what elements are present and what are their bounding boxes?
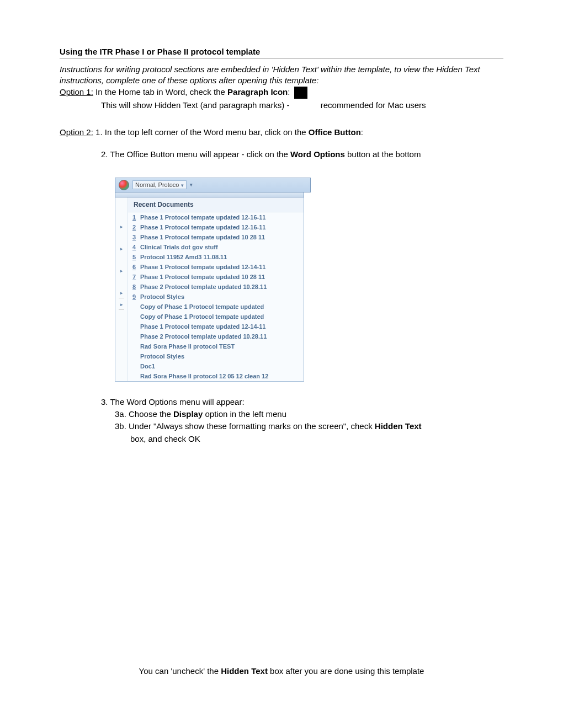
footer-c: box after you are done using this templa… (268, 666, 424, 676)
option2-step1a: 1. In the top left corner of the Word me… (93, 127, 309, 137)
office-button-icon (119, 180, 129, 190)
option1-line2: This will show Hidden Text (and paragrap… (60, 100, 503, 111)
option1-line2a: This will show Hidden Text (and paragrap… (101, 100, 290, 110)
option1-text-a: In the Home tab in Word, check the (93, 87, 227, 97)
recent-documents-header: Recent Documents (128, 197, 304, 212)
recent-document-item: 0Copy of Phase 1 Protocol tempate update… (128, 302, 304, 312)
recent-document-item: 0Phase 1 Protocol tempate updated 12-14-… (128, 322, 304, 331)
option2-step3a: 3a. Choose the Display option in the lef… (60, 409, 503, 420)
recent-document-item: 8Phase 2 Protocol template updated 10.28… (128, 282, 304, 292)
paragraph-icon-bold: Paragraph Icon (227, 87, 288, 97)
option2-step2c: button at the bottom (345, 149, 421, 159)
option2-step3: 3. The Word Options menu will appear: (60, 397, 503, 408)
recent-document-item: 0Copy of Phase 1 Protocol tempate update… (128, 312, 304, 322)
word-options-bold: Word Options (290, 149, 345, 159)
footer-a: You can 'uncheck' the (139, 666, 221, 676)
option2-step2a: 2. The Office Button menu will appear - … (101, 149, 290, 159)
intro-text: Instructions for writing protocol sectio… (60, 64, 503, 85)
recent-document-item: 0Protocol Styles (128, 351, 304, 361)
recent-document-item: 4Clinical Trials dot gov stuff (128, 242, 304, 252)
word-ribbon-strip (115, 192, 304, 197)
option1-label: Option 1: (60, 87, 93, 98)
chevron-icon: ▸ (115, 290, 128, 296)
word-screenshot: Normal, Protoco ▾ ▾ ▸ ▸ ▸ ▸ ▸ Recent Doc… (115, 178, 503, 382)
option2-step3b: 3b. Under "Always show these formatting … (60, 421, 503, 432)
option1-text-c: : (288, 87, 290, 97)
recent-document-item: 2Phase 1 Protocol tempate updated 12-16-… (128, 222, 304, 232)
qat-arrow-icon: ▾ (190, 182, 193, 188)
page-title: Using the ITR Phase I or Phase II protoc… (60, 47, 503, 58)
chevron-icon: ▸ (115, 224, 128, 229)
option1-line1: Option 1: In the Home tab in Word, check… (60, 87, 503, 99)
step3a-c: option in the left menu (203, 409, 286, 419)
chevron-icon: ▸ (115, 268, 128, 274)
option2-step1: Option 2: 1. In the top left corner of t… (60, 127, 503, 138)
recent-document-item: 5Protocol 11952 Amd3 11.08.11 (128, 252, 304, 262)
recent-document-item: 0Doc1 (128, 361, 304, 371)
recent-document-item: 6Phase 1 Protocol tempate updated 12-14-… (128, 262, 304, 272)
footer-hidden-text-bold: Hidden Text (221, 666, 268, 676)
option1-line2b: recommended for Mac users (321, 100, 426, 111)
display-bold: Display (173, 409, 203, 419)
recent-document-item: 1Phase 1 Protocol tempate updated 12-16-… (128, 212, 304, 222)
qat-style-box: Normal, Protoco ▾ (132, 180, 187, 189)
recent-document-item: 0Rad Sora Phase II protocol TEST (128, 341, 304, 351)
recent-document-item: 0Phase 2 Protocol template updated 10.28… (128, 331, 304, 341)
word-qat-bar: Normal, Protoco ▾ ▾ (115, 178, 311, 192)
option2-step1c: : (361, 127, 363, 137)
paragraph-icon (294, 87, 307, 99)
chevron-icon: ▸ (115, 302, 128, 307)
office-button-bold: Office Button (309, 127, 361, 137)
office-menu-left: ▸ ▸ ▸ ▸ ▸ (115, 197, 128, 381)
recent-document-item: 3Phase 1 Protocol tempate updated 10 28 … (128, 232, 304, 242)
option2-step3b-cont: box, and check OK (60, 433, 503, 445)
recent-document-item: 7Phase 1 Protocol tempate updated 10 28 … (128, 272, 304, 282)
hidden-text-bold: Hidden Text (375, 421, 422, 431)
step3b-a: 3b. Under "Always show these formatting … (115, 421, 375, 431)
option2-label: Option 2: (60, 127, 93, 138)
recent-document-item: 0Rad Sora Phase II protocol 12 05 12 cle… (128, 371, 304, 381)
chevron-icon: ▸ (115, 246, 128, 251)
step3a-a: 3a. Choose the (115, 409, 173, 419)
option2-step2: 2. The Office Button menu will appear - … (60, 149, 503, 160)
recent-document-item: 9Protocol Styles (128, 292, 304, 302)
footer-note: You can 'uncheck' the Hidden Text box af… (60, 666, 503, 676)
